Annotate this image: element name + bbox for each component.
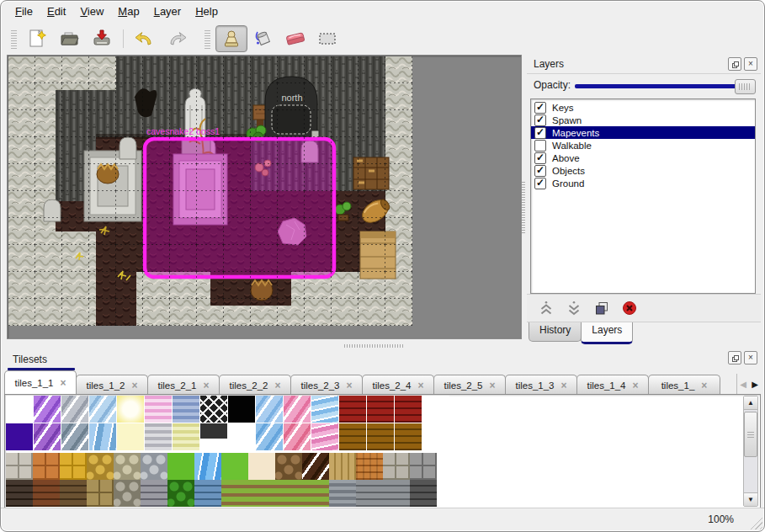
toolbar-grip[interactable] <box>11 29 17 49</box>
tileset-tab-tiles_1_2[interactable]: tiles_1_2× <box>76 375 148 394</box>
eraser-tool-button[interactable] <box>279 25 311 52</box>
tab-close-icon[interactable]: × <box>204 380 210 391</box>
tileset-tile[interactable] <box>145 396 172 423</box>
open-button[interactable] <box>54 25 86 52</box>
tileset-tile[interactable] <box>339 423 366 450</box>
tileset-tab-tiles_2_2[interactable]: tiles_2_2× <box>219 375 291 394</box>
tileset-tile[interactable] <box>383 453 410 480</box>
layer-checkbox[interactable]: ✓ <box>534 102 546 114</box>
tileset-tile[interactable] <box>87 480 114 507</box>
tileset-tile[interactable] <box>356 453 383 480</box>
tileset-tile[interactable] <box>410 480 437 507</box>
tileset-tab-tiles_1_3[interactable]: tiles_1_3× <box>505 375 577 394</box>
tileset-tile[interactable] <box>145 423 172 450</box>
tileset-tile[interactable] <box>302 453 329 480</box>
tileset-tile[interactable] <box>367 423 394 450</box>
layers-close-button[interactable]: × <box>744 57 757 71</box>
scroll-up-button[interactable]: ▲ <box>744 396 757 410</box>
tileset-tile[interactable] <box>302 480 329 507</box>
tab-close-icon[interactable]: × <box>701 380 707 391</box>
tileset-tile[interactable] <box>248 480 275 507</box>
tab-close-icon[interactable]: × <box>490 380 496 391</box>
fill-tool-button[interactable] <box>247 25 279 52</box>
tab-scroll-right-icon[interactable]: ▶ <box>749 380 761 389</box>
tileset-tile[interactable] <box>60 480 87 507</box>
tileset-tile[interactable] <box>114 480 141 507</box>
map-canvas[interactable]: north cavesnake2 boss1 <box>7 55 522 339</box>
tileset-tile[interactable] <box>221 453 248 480</box>
layer-row-walkable[interactable]: Walkable <box>531 139 755 152</box>
tileset-tile[interactable] <box>173 423 199 450</box>
tileset-tile[interactable] <box>275 453 302 480</box>
tileset-tile[interactable] <box>200 396 227 423</box>
tab-close-icon[interactable]: × <box>347 380 353 391</box>
tileset-tile[interactable] <box>61 396 88 423</box>
toolbar-grip-2[interactable] <box>205 29 210 49</box>
tileset-tile[interactable] <box>311 423 338 450</box>
tileset-tile[interactable] <box>395 423 422 450</box>
delete-layer-button[interactable] <box>620 299 639 317</box>
scroll-thumb[interactable] <box>744 412 757 457</box>
move-layer-up-button[interactable] <box>537 299 555 317</box>
tilesets-close-button[interactable]: × <box>744 351 757 364</box>
menu-edit[interactable]: Edit <box>47 5 66 18</box>
scroll-down-button[interactable]: ▼ <box>744 492 757 506</box>
tileset-tile[interactable] <box>6 480 33 507</box>
rect-select-tool-button[interactable] <box>311 25 343 52</box>
tileset-tile[interactable] <box>256 396 283 423</box>
tileset-tile[interactable] <box>87 453 114 480</box>
tileset-tile[interactable] <box>89 396 116 423</box>
layer-checkbox[interactable]: ✓ <box>534 114 546 126</box>
layer-checkbox[interactable]: ✓ <box>534 152 546 164</box>
move-layer-down-button[interactable] <box>565 299 583 317</box>
tileset-tile[interactable] <box>34 423 61 450</box>
tileset-tile[interactable] <box>339 396 366 423</box>
new-file-button[interactable] <box>22 25 54 52</box>
tileset-tile[interactable] <box>167 480 194 507</box>
layer-row-above[interactable]: ✓Above <box>531 152 755 164</box>
layer-row-mapevents[interactable]: ✓Mapevents <box>531 126 755 139</box>
tileset-tile[interactable] <box>311 396 338 423</box>
tileset-tile[interactable] <box>329 453 356 480</box>
layers-float-button[interactable] <box>728 57 741 71</box>
tileset-tab-tiles_2_1[interactable]: tiles_2_1× <box>147 375 220 394</box>
save-button[interactable] <box>86 25 118 52</box>
undo-button[interactable] <box>129 25 161 52</box>
redo-button[interactable] <box>161 25 193 52</box>
layer-row-spawn[interactable]: ✓Spawn <box>531 114 755 126</box>
tileset-tile[interactable] <box>33 453 60 480</box>
tileset-tab-tiles_1_1[interactable]: tiles_1_1× <box>4 370 77 394</box>
tab-close-icon[interactable]: × <box>132 380 138 391</box>
tileset-tile[interactable] <box>34 396 61 423</box>
tileset-tile[interactable] <box>422 423 449 450</box>
tileset-tile[interactable] <box>256 423 283 450</box>
tileset-tile[interactable] <box>284 396 311 423</box>
tileset-tile[interactable] <box>194 453 221 480</box>
tileset-tile[interactable] <box>367 396 394 423</box>
tileset-tile[interactable] <box>89 423 116 450</box>
tileset-tab-tiles_2_5[interactable]: tiles_2_5× <box>433 375 506 394</box>
layer-row-objects[interactable]: ✓Objects <box>531 164 755 177</box>
menu-view[interactable]: View <box>80 5 104 18</box>
menu-layer[interactable]: Layer <box>154 5 182 18</box>
tab-scroll-left-icon[interactable]: ◀ <box>737 380 749 389</box>
tileset-tile[interactable] <box>194 480 221 507</box>
layer-checkbox[interactable]: ✓ <box>534 178 546 189</box>
tileset-tile[interactable] <box>422 396 449 423</box>
tileset-tile[interactable] <box>6 396 33 423</box>
tab-history[interactable]: History <box>529 322 582 342</box>
tileset-tile[interactable] <box>248 453 275 480</box>
tileset-tile[interactable] <box>141 453 167 480</box>
tileset-tile[interactable] <box>228 396 255 423</box>
tileset-tile[interactable] <box>141 480 167 507</box>
tab-close-icon[interactable]: × <box>275 380 281 391</box>
tileset-tile[interactable] <box>221 480 248 507</box>
tileset-tile[interactable] <box>6 453 33 480</box>
tileset-tile[interactable] <box>60 453 87 480</box>
tileset-tile[interactable] <box>33 480 60 507</box>
layer-checkbox[interactable]: ✓ <box>534 127 546 139</box>
tileset-tile[interactable] <box>173 396 199 423</box>
tileset-tile[interactable] <box>329 480 356 507</box>
tileset-tab-tiles_2_4[interactable]: tiles_2_4× <box>362 375 434 394</box>
menu-file[interactable]: File <box>15 5 33 18</box>
